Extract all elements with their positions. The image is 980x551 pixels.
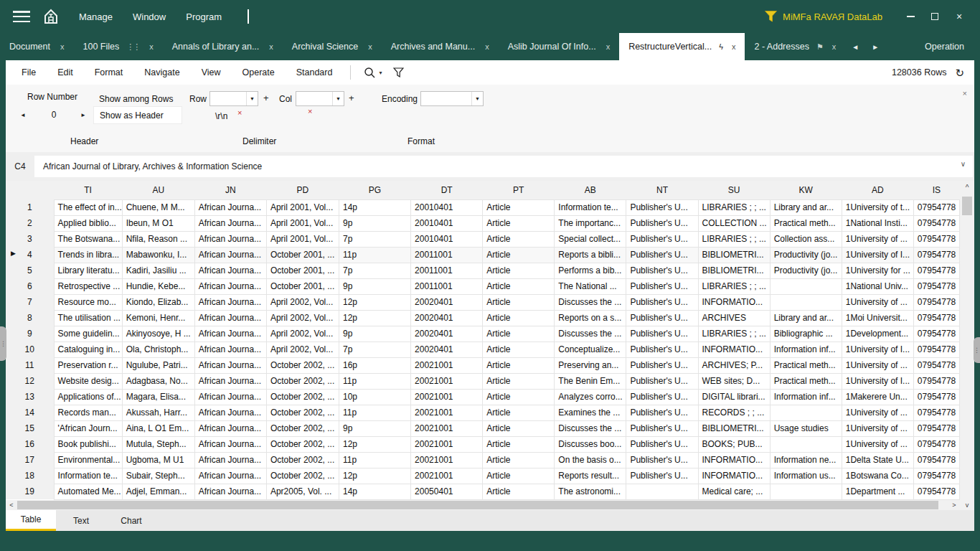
cell[interactable]: Publisher's U...: [626, 420, 698, 436]
cell[interactable]: The effect of in...: [54, 199, 122, 215]
cell[interactable]: Article: [483, 373, 555, 389]
cell[interactable]: 1University of I...: [842, 342, 913, 357]
cell[interactable]: Bibliographic ...: [770, 326, 842, 342]
vertical-scrollbar[interactable]: ^: [960, 181, 974, 500]
column-header-kw[interactable]: KW: [770, 181, 842, 199]
cell[interactable]: 07954778: [913, 436, 959, 452]
cell[interactable]: 1Makerere Un...: [842, 389, 913, 405]
cell[interactable]: LIBRARIES ; ; ...: [698, 326, 770, 342]
cell[interactable]: BIBLIOMETRI...: [698, 420, 770, 436]
cell[interactable]: Library literatu...: [54, 263, 122, 278]
cell[interactable]: October 2002, ...: [266, 373, 339, 389]
col-delimiter-caret-icon[interactable]: ▼: [332, 92, 344, 105]
row-number-increment-icon[interactable]: ►: [80, 112, 86, 118]
cell[interactable]: October 2002, ...: [266, 389, 339, 405]
cell[interactable]: Website desig...: [54, 373, 122, 389]
cell[interactable]: Environmental...: [54, 452, 122, 468]
cell[interactable]: Aina, L O1 Em...: [122, 420, 194, 436]
cell[interactable]: 1Department ...: [842, 484, 913, 499]
cell[interactable]: October 2002, ...: [266, 436, 339, 452]
view-tab-chart[interactable]: Chart: [106, 510, 156, 531]
cell[interactable]: ARCHIVES; P...: [698, 357, 770, 373]
cell[interactable]: Discusses boo...: [555, 436, 626, 452]
cell[interactable]: April 2002, Vol...: [266, 310, 339, 326]
scroll-left-icon[interactable]: <: [6, 500, 17, 510]
cell[interactable]: Records man...: [54, 405, 122, 420]
cell[interactable]: 07954778: [913, 326, 959, 342]
cell[interactable]: April 2002, Vol...: [266, 326, 339, 342]
cell[interactable]: Subair, Steph...: [122, 468, 194, 484]
cell[interactable]: Book publishi...: [54, 436, 122, 452]
cell[interactable]: 07954778: [913, 294, 959, 310]
cell[interactable]: African Journa...: [194, 484, 266, 499]
cell[interactable]: African Journa...: [194, 405, 266, 420]
cell[interactable]: Ugboma, M U1: [122, 452, 194, 468]
cell[interactable]: 1National Univ...: [842, 278, 913, 294]
cell[interactable]: 07954778: [913, 310, 959, 326]
titlebar-menu-window[interactable]: Window: [133, 11, 166, 22]
cell[interactable]: 07954778: [913, 247, 959, 263]
cell[interactable]: 1University of ...: [842, 436, 913, 452]
cell[interactable]: 07954778: [913, 357, 959, 373]
cell[interactable]: African Journa...: [194, 247, 266, 263]
cell[interactable]: Publisher's U...: [626, 294, 698, 310]
cell[interactable]: Akussah, Harr...: [122, 405, 194, 420]
cell[interactable]: Collection ass...: [770, 231, 842, 247]
cell[interactable]: Automated Me...: [54, 484, 122, 499]
hamburger-menu-icon[interactable]: [13, 11, 30, 22]
show-as-header-box[interactable]: Show as Header: [93, 106, 182, 124]
cell[interactable]: 20011001: [411, 247, 483, 263]
cell[interactable]: Publisher's U...: [626, 278, 698, 294]
cell[interactable]: Article: [483, 484, 555, 499]
cell[interactable]: WEB sites; D...: [698, 373, 770, 389]
cell[interactable]: 07954778: [913, 199, 959, 215]
cell[interactable]: April 2002, Vol...: [266, 294, 339, 310]
tab-scroll-right-icon[interactable]: ►: [872, 43, 879, 51]
lightning-icon[interactable]: ϟ: [719, 42, 722, 51]
cell[interactable]: Article: [483, 436, 555, 452]
cell[interactable]: 11p: [339, 247, 410, 263]
cell[interactable]: Preservation r...: [54, 357, 122, 373]
view-tab-table[interactable]: Table: [6, 510, 56, 531]
cell[interactable]: Discusses the ...: [555, 294, 626, 310]
tab-close-icon[interactable]: x: [269, 42, 273, 51]
scroll-up-icon[interactable]: ^: [960, 184, 974, 192]
row-number[interactable]: 6: [6, 278, 54, 294]
cell[interactable]: [770, 484, 842, 499]
cell[interactable]: African Journa...: [194, 468, 266, 484]
cell[interactable]: 12p: [339, 310, 410, 326]
cell[interactable]: Kadiri, Jasiliu ...: [122, 263, 194, 278]
column-header-nt[interactable]: NT: [626, 181, 698, 199]
cell[interactable]: 07954778: [913, 405, 959, 420]
cell[interactable]: 1University of ...: [842, 294, 913, 310]
cell[interactable]: 20011001: [411, 263, 483, 278]
cell[interactable]: Adagbasa, No...: [122, 373, 194, 389]
cell[interactable]: Article: [483, 278, 555, 294]
cell[interactable]: Productivity (jo...: [770, 263, 842, 278]
cell[interactable]: 16p: [339, 357, 410, 373]
cell[interactable]: 1University of ...: [842, 420, 913, 436]
cell[interactable]: 1National Insti...: [842, 215, 913, 231]
cell[interactable]: Conceptualize...: [555, 342, 626, 357]
cell[interactable]: Discusses the ...: [555, 326, 626, 342]
cell[interactable]: African Journa...: [194, 357, 266, 373]
cell[interactable]: The Benin Em...: [555, 373, 626, 389]
cell[interactable]: 07954778: [913, 342, 959, 357]
cell[interactable]: Publisher's U...: [626, 405, 698, 420]
horizontal-scroll-track[interactable]: [17, 500, 948, 510]
cell[interactable]: October 2001, ...: [266, 278, 339, 294]
view-tab-text[interactable]: Text: [56, 510, 106, 531]
row-number[interactable]: 1: [6, 199, 54, 215]
cell[interactable]: African Journa...: [194, 326, 266, 342]
cell[interactable]: [770, 278, 842, 294]
cell[interactable]: 1University of ...: [842, 405, 913, 420]
cell[interactable]: 1University of t...: [842, 199, 913, 215]
cell[interactable]: Hundie, Kebe...: [122, 278, 194, 294]
formula-input[interactable]: African Journal of Library, Archives & I…: [34, 156, 973, 177]
cell[interactable]: 20050401: [411, 484, 483, 499]
cell[interactable]: Productivity (jo...: [770, 247, 842, 263]
home-button[interactable]: [43, 9, 59, 24]
maximize-button[interactable]: [923, 6, 947, 27]
cell[interactable]: Kiondo, Elizab...: [122, 294, 194, 310]
cell[interactable]: Usage studies: [770, 420, 842, 436]
